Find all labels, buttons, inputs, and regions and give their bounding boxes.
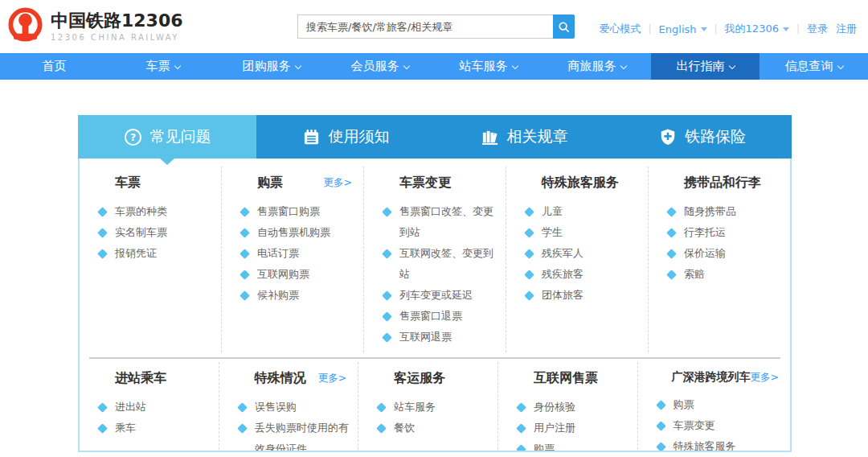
search-input[interactable]: [297, 14, 553, 39]
topic-item[interactable]: 误售误购: [239, 397, 354, 418]
topic-list: 进出站 乘车: [99, 397, 214, 438]
topic-item[interactable]: 进出站: [99, 397, 214, 418]
tab-label: 相关规章: [507, 126, 568, 147]
chevron-down-icon: [174, 63, 180, 69]
topic-item[interactable]: 购票: [518, 438, 633, 452]
topic-item[interactable]: 车票变更: [657, 415, 785, 436]
topic-item[interactable]: 站车服务: [378, 397, 493, 418]
topic-item[interactable]: 儿童: [526, 201, 643, 222]
nav-item-group-services[interactable]: 团购服务: [217, 53, 326, 80]
topic-label: 索赔: [684, 268, 705, 280]
topic-item[interactable]: 售票窗口购票: [241, 201, 358, 222]
more-link[interactable]: 更多>: [751, 371, 779, 385]
topic-item[interactable]: 报销凭证: [99, 243, 216, 264]
topic-item[interactable]: 残疾旅客: [526, 264, 643, 285]
tab-usage-notes[interactable]: 使用须知: [256, 115, 435, 159]
section-title: 携带品和行李: [684, 175, 761, 191]
nav-item-travel-guide[interactable]: 出行指南: [651, 53, 760, 80]
login-link[interactable]: 登录: [807, 22, 828, 36]
language-link[interactable]: English: [659, 23, 697, 35]
topic-item[interactable]: 特殊旅客服务: [657, 436, 785, 452]
topic-item[interactable]: 残疾军人: [526, 243, 643, 264]
china-railway-emblem-icon: [6, 7, 44, 45]
topic-item[interactable]: 乘车: [99, 418, 214, 438]
section-station-boarding: 进站乘车 进出站 乘车: [80, 362, 219, 452]
chevron-down-icon: [837, 63, 843, 69]
site-logo[interactable]: 中国铁路12306 12306 CHINA RAILWAY: [6, 7, 183, 45]
my-12306-link[interactable]: 我的12306: [725, 22, 779, 36]
tab-label: 常见问题: [150, 126, 211, 147]
tab-railway-insurance[interactable]: 铁路保险: [613, 115, 792, 159]
topic-item[interactable]: 随身携带品: [668, 201, 785, 222]
nav-item-info-query[interactable]: 信息查询: [760, 53, 868, 80]
section-passenger-services: 客运服务 站车服务 餐饮: [358, 362, 498, 452]
topic-item[interactable]: 团体旅客: [526, 285, 643, 306]
topic-item[interactable]: 电话订票: [241, 243, 358, 264]
topic-item[interactable]: 候补购票: [241, 285, 358, 306]
nav-item-home[interactable]: 首页: [0, 53, 108, 80]
topic-item[interactable]: 学生: [526, 222, 643, 243]
diamond-bullet-icon: [656, 421, 666, 431]
topic-label: 列车变更或延迟: [399, 289, 473, 301]
row-divider: [89, 357, 780, 359]
topic-label: 互联网退票: [399, 331, 452, 343]
sections-row-2: 进站乘车 进出站 乘车 特殊情况 更多> 误售误购 丢失购票时使用的有效身份证件…: [80, 362, 790, 452]
topic-label: 购票: [534, 443, 555, 452]
tab-common-questions[interactable]: ? 常见问题: [78, 115, 256, 159]
topic-label: 餐饮: [394, 422, 415, 434]
topic-list: 售票窗口改签、变更到站 互联网改签、变更到站 列车变更或延迟 售票窗口退票 互联…: [383, 201, 501, 348]
topic-item[interactable]: 互联网改签、变更到站: [383, 243, 501, 285]
topic-item[interactable]: 行李托运: [668, 222, 785, 243]
nav-item-member-services[interactable]: 会员服务: [326, 53, 434, 80]
topic-item[interactable]: 车票的种类: [99, 201, 216, 222]
register-link[interactable]: 注册: [836, 22, 857, 36]
topic-item[interactable]: 互联网购票: [241, 264, 358, 285]
diamond-bullet-icon: [97, 228, 108, 238]
nav-item-tickets[interactable]: 车票: [108, 53, 217, 80]
topic-item[interactable]: 互联网退票: [383, 327, 501, 348]
care-mode-link[interactable]: 爱心模式: [600, 22, 641, 36]
question-circle-icon: ?: [124, 128, 142, 146]
topic-item[interactable]: 保价运输: [668, 243, 785, 264]
divider: |: [796, 23, 800, 35]
topic-item[interactable]: 丢失购票时使用的有效身份证件: [239, 418, 354, 452]
diamond-bullet-icon: [656, 442, 666, 452]
diamond-bullet-icon: [516, 402, 526, 413]
more-link[interactable]: 更多>: [318, 372, 346, 385]
nav-item-business-travel[interactable]: 商旅服务: [542, 53, 651, 80]
header-links: 爱心模式 | English | 我的12306 | 登录 注册: [600, 22, 857, 36]
diamond-bullet-icon: [666, 270, 677, 280]
topic-item[interactable]: 购票: [657, 394, 785, 415]
topic-item[interactable]: 用户注册: [518, 418, 633, 438]
topic-item[interactable]: 身份核验: [518, 397, 633, 418]
topic-item[interactable]: 列车变更或延迟: [383, 285, 501, 306]
topic-label: 儿童: [542, 205, 563, 217]
topic-item[interactable]: 自动售票机购票: [241, 222, 358, 243]
topic-item[interactable]: 索赔: [668, 264, 785, 285]
search-button[interactable]: [553, 14, 575, 39]
nav-item-station-services[interactable]: 站车服务: [434, 53, 542, 80]
topic-item[interactable]: 售票窗口改签、变更到站: [383, 201, 501, 243]
panel-body: 车票 车票的种类 实名制车票 报销凭证 购票 更多> 售票窗口购票 自动售票机购…: [78, 159, 792, 452]
topic-label: 团体旅客: [542, 289, 583, 301]
topic-item[interactable]: 实名制车票: [99, 222, 216, 243]
nav-label: 商旅服务: [568, 59, 616, 73]
section-gzsh-crossborder-trains: 广深港跨境列车 更多> 购票 车票变更 特殊旅客服务 携带品和行李 特殊情况: [638, 362, 790, 452]
section-title: 特殊情况: [255, 370, 306, 387]
section-ticket-changes: 车票变更 售票窗口改签、变更到站 互联网改签、变更到站 列车变更或延迟 售票窗口…: [364, 167, 506, 352]
logo-subtitle: 12306 CHINA RAILWAY: [51, 33, 183, 42]
tab-regulations[interactable]: 相关规章: [435, 115, 613, 159]
section-title: 客运服务: [394, 370, 445, 387]
nav-label: 站车服务: [460, 59, 508, 73]
shield-plus-icon: [659, 128, 677, 146]
more-link[interactable]: 更多>: [324, 176, 352, 190]
topic-label: 报销凭证: [115, 247, 157, 259]
diamond-bullet-icon: [524, 228, 534, 238]
topic-label: 保价运输: [684, 247, 726, 259]
chevron-down-icon: [728, 63, 735, 69]
diamond-bullet-icon: [376, 402, 387, 413]
topic-item[interactable]: 餐饮: [378, 418, 493, 438]
topic-item[interactable]: 售票窗口退票: [383, 306, 501, 327]
logo-text: 中国铁路12306 12306 CHINA RAILWAY: [51, 10, 183, 42]
section-title: 车票: [115, 175, 141, 191]
